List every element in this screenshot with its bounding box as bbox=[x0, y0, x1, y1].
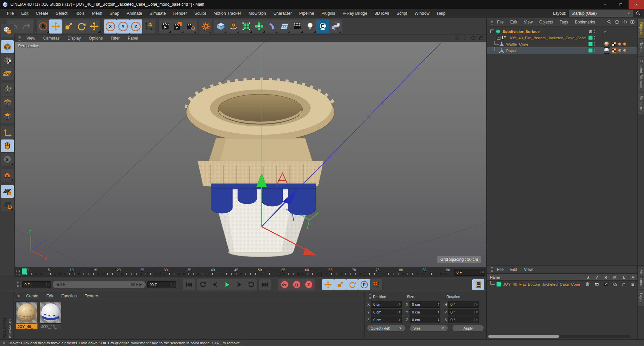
material-thumbnail-waffle[interactable] bbox=[16, 302, 38, 324]
column-header[interactable]: M bbox=[610, 275, 619, 279]
coordinate-mode-dropdown[interactable]: Object (Rel)▼ bbox=[367, 325, 405, 331]
previous-key-button[interactable] bbox=[197, 279, 209, 290]
zoom-view-icon[interactable] bbox=[463, 36, 468, 41]
render-icon[interactable] bbox=[603, 282, 608, 287]
menu-item[interactable]: File bbox=[3, 9, 17, 17]
menu-item[interactable]: Animate bbox=[123, 9, 146, 17]
material-menu-item[interactable]: Texture bbox=[81, 293, 102, 299]
last-tool-button[interactable] bbox=[88, 19, 100, 34]
menu-item[interactable]: Render bbox=[169, 9, 191, 17]
selection-tag-icon[interactable] bbox=[623, 42, 627, 46]
menu-item[interactable]: Mesh bbox=[88, 9, 106, 17]
key-rotation-button[interactable] bbox=[346, 279, 358, 290]
tree-row-paper[interactable]: Paper bbox=[487, 47, 637, 54]
add-generator-button[interactable] bbox=[240, 19, 253, 34]
menu-item[interactable]: Motion Tracker bbox=[210, 9, 245, 17]
collapse-icon[interactable]: − bbox=[490, 30, 494, 33]
visibility-icon[interactable] bbox=[594, 282, 599, 287]
attr-menu-item[interactable]: File bbox=[494, 267, 507, 273]
enabled-chip[interactable] bbox=[588, 48, 593, 53]
eye-icon[interactable] bbox=[622, 19, 627, 24]
menu-item[interactable]: V-Ray Bridge bbox=[339, 9, 371, 17]
live-selection-button[interactable] bbox=[37, 19, 49, 34]
position-x-field[interactable]: 0 cm▲▼ bbox=[371, 301, 402, 308]
edges-mode-button[interactable] bbox=[1, 97, 14, 109]
planar-workplane-button[interactable] bbox=[1, 198, 14, 211]
menu-item[interactable]: Script bbox=[393, 9, 411, 17]
column-header[interactable]: S bbox=[583, 275, 592, 279]
redo-button[interactable] bbox=[20, 19, 33, 34]
viewport-menu-item[interactable]: Panel bbox=[124, 35, 142, 41]
material-menu-item[interactable]: Create bbox=[22, 293, 42, 299]
om-menu-item[interactable]: Edit bbox=[507, 19, 521, 25]
goto-end-button[interactable] bbox=[259, 279, 271, 290]
menu-item[interactable]: Select bbox=[52, 9, 71, 17]
next-key-button[interactable] bbox=[245, 279, 257, 290]
python-script-button[interactable] bbox=[329, 19, 342, 34]
menu-item[interactable]: Simulate bbox=[146, 9, 170, 17]
enable-dots[interactable] bbox=[594, 36, 595, 40]
next-frame-button[interactable] bbox=[233, 279, 245, 290]
y-axis-lock-button[interactable]: Y bbox=[117, 19, 129, 34]
z-axis-lock-button[interactable]: Z bbox=[129, 19, 142, 34]
menu-item[interactable]: Create bbox=[32, 9, 52, 17]
viewport-menu-item[interactable]: Options bbox=[85, 35, 107, 41]
enable-dots[interactable] bbox=[594, 49, 595, 52]
pan-view-icon[interactable] bbox=[454, 36, 460, 41]
transport-grip[interactable] bbox=[17, 282, 20, 287]
add-object-icon[interactable] bbox=[630, 19, 635, 24]
end-frame-stepper[interactable]: ▲▼ bbox=[171, 283, 175, 286]
coordinate-system-button[interactable] bbox=[142, 19, 155, 34]
menu-item[interactable]: Plugins bbox=[318, 9, 339, 17]
add-deformer-button[interactable] bbox=[265, 19, 278, 34]
animation-icon[interactable] bbox=[631, 282, 635, 287]
column-header[interactable]: L bbox=[619, 275, 628, 279]
add-floor-button[interactable] bbox=[278, 19, 291, 34]
menu-item[interactable]: MoGraph bbox=[245, 9, 270, 17]
make-editable-button[interactable] bbox=[1, 24, 14, 37]
material-item[interactable]: JOY_40_ bbox=[40, 302, 61, 329]
end-frame-field[interactable]: 90 F ▲▼ bbox=[147, 281, 176, 288]
solo-icon[interactable] bbox=[586, 282, 589, 286]
om-menu-item[interactable]: Tags bbox=[556, 19, 572, 25]
rotate-tool-button[interactable] bbox=[75, 19, 88, 34]
tab-layer[interactable]: Layer bbox=[638, 290, 644, 306]
enabled-chip[interactable] bbox=[496, 282, 501, 287]
enabled-chip[interactable] bbox=[588, 36, 593, 40]
om-menu-item[interactable]: View bbox=[521, 19, 536, 25]
rotation-b-field[interactable]: 0 °▲▼ bbox=[448, 316, 479, 323]
goto-start-button[interactable] bbox=[183, 279, 195, 290]
menu-item[interactable]: Character bbox=[270, 9, 296, 17]
key-position-button[interactable] bbox=[322, 279, 334, 290]
snap-button[interactable] bbox=[1, 169, 14, 182]
status-grip[interactable] bbox=[3, 340, 6, 346]
selection-tag-icon[interactable] bbox=[623, 49, 627, 52]
phong-tag-icon[interactable] bbox=[618, 49, 622, 52]
timeline-grip[interactable] bbox=[16, 270, 20, 275]
tab-objects[interactable]: Objects bbox=[638, 19, 644, 38]
viewport-canvas[interactable]: Y Z X Perspective Grid Spacing : 10 cm bbox=[15, 42, 486, 267]
tree-row-cake-cone[interactable]: − L0 JOY_40_Flat_Bottom_Jacketed_Cake_Co… bbox=[487, 35, 637, 41]
tab-attributes[interactable]: Attributes bbox=[638, 267, 644, 289]
key-parameter-button[interactable]: P bbox=[358, 279, 370, 290]
rotation-p-field[interactable]: 0 °▲▼ bbox=[448, 309, 479, 315]
preview-range-slider[interactable]: ◀ 0 F 90 F ▶ bbox=[53, 281, 146, 288]
material-item[interactable]: JOY_40_ bbox=[16, 302, 38, 329]
position-y-field[interactable]: 0 cm▲▼ bbox=[371, 309, 402, 315]
scrollbar-thumb[interactable] bbox=[488, 335, 559, 338]
size-mode-dropdown[interactable]: Size▼ bbox=[410, 325, 448, 331]
apply-button[interactable]: Apply bbox=[452, 325, 484, 331]
rotate-view-icon[interactable] bbox=[471, 36, 476, 41]
menu-item[interactable]: Edit bbox=[17, 9, 32, 17]
tab-content-browser[interactable]: Content Browser bbox=[638, 57, 644, 92]
viewport-menu-item[interactable]: View bbox=[22, 35, 39, 41]
position-z-field[interactable]: 0 cm▲▼ bbox=[371, 316, 402, 323]
enable-dots[interactable] bbox=[594, 30, 595, 33]
material-grip[interactable] bbox=[16, 293, 20, 299]
coords-grip[interactable] bbox=[367, 294, 371, 299]
column-header[interactable]: A bbox=[628, 275, 637, 279]
frame-stepper[interactable]: ▲▼ bbox=[480, 271, 484, 274]
texture-mode-button[interactable] bbox=[1, 54, 14, 66]
current-frame-field[interactable]: 0 F ▲▼ bbox=[454, 269, 485, 276]
add-camera-button[interactable] bbox=[291, 19, 304, 34]
